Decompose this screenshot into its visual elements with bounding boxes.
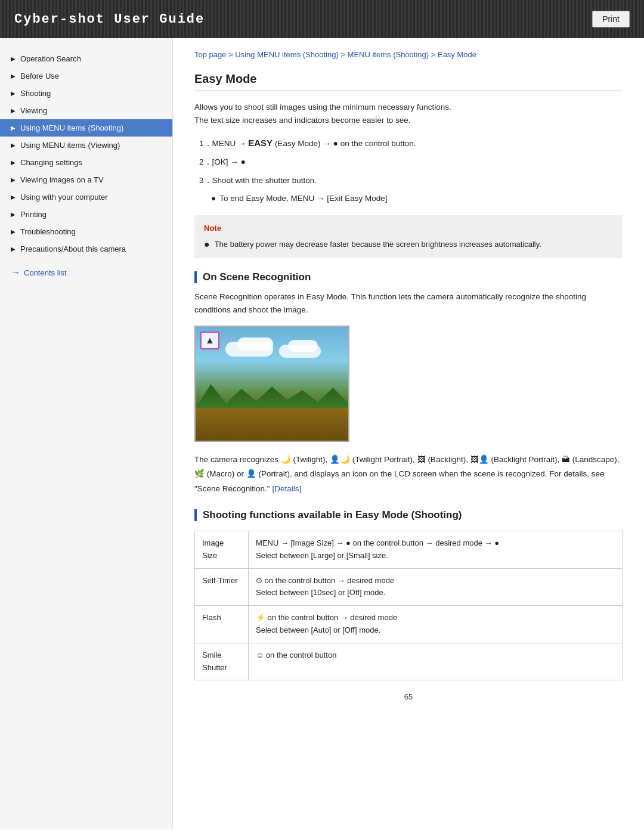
sidebar-item-5[interactable]: ▶Using MENU items (Viewing) — [0, 137, 172, 154]
sidebar-arrow-2: ▶ — [11, 90, 16, 97]
intro-line2: The text size increases and indicators b… — [194, 114, 623, 127]
recognize-text: The camera recognizes 🌙 (Twilight), 👤🌙 (… — [194, 453, 623, 496]
table-cell-text: Select between [10sec] or [Off] mode. — [256, 587, 615, 599]
table-row-3: Smile Shutter☺ on the control button — [195, 643, 623, 680]
circle-symbol: ● — [333, 138, 338, 148]
easy-label: EASY — [248, 138, 273, 148]
sidebar-arrow-0: ▶ — [11, 55, 16, 62]
sidebar-arrow-4: ▶ — [11, 125, 16, 131]
contents-link-label: Contents list — [24, 268, 67, 277]
backlight-portrait-icon: 🖼👤 — [470, 455, 489, 464]
scene-text: Scene Recognition operates in Easy Mode.… — [194, 290, 623, 316]
table-label-3: Smile Shutter — [195, 643, 249, 680]
table-cell-text: MENU → [Image Size] → ● on the control b… — [256, 537, 615, 550]
main-content: Top page > Using MENU items (Shooting) >… — [173, 38, 644, 829]
macro-icon: 🌿 — [194, 469, 205, 478]
sidebar-label-8: Using with your computer — [20, 193, 108, 202]
sidebar-arrow-11: ▶ — [11, 246, 16, 252]
cloud4 — [288, 340, 318, 352]
sidebar-arrow-7: ▶ — [11, 176, 16, 183]
sidebar-arrow-9: ▶ — [11, 211, 16, 218]
step1: 1．MENU → EASY (Easy Mode) → ● on the con… — [199, 135, 623, 151]
field — [196, 408, 348, 441]
sidebar-label-11: Precautions/About this camera — [20, 244, 126, 253]
step3-sub-text: To end Easy Mode, MENU → [Exit Easy Mode… — [219, 191, 387, 206]
breadcrumb-using-menu[interactable]: Using MENU items (Shooting) — [235, 50, 338, 59]
breadcrumb-sep3: > — [431, 50, 438, 59]
table-desc-0: MENU → [Image Size] → ● on the control b… — [249, 531, 623, 569]
sidebar-label-9: Printing — [20, 210, 47, 219]
sidebar-item-2[interactable]: ▶Shooting — [0, 85, 172, 102]
note-text: The battery power may decrease faster be… — [215, 239, 541, 251]
table-cell-text: ⊙ on the control button → desired mode — [256, 575, 615, 587]
table-row-2: Flash⚡ on the control button → desired m… — [195, 606, 623, 643]
step3: 3．Shoot with the shutter button. — [199, 174, 623, 188]
twilight-portrait-icon: 👤🌙 — [330, 455, 350, 464]
circle-symbol2: ● — [241, 157, 246, 166]
table-row-0: Image SizeMENU → [Image Size] → ● on the… — [195, 531, 623, 569]
table-desc-2: ⚡ on the control button → desired modeSe… — [249, 606, 623, 643]
step2: 2．[OK] → ● — [199, 154, 623, 169]
note-title: Note — [204, 222, 613, 235]
trees — [196, 384, 348, 408]
sidebar: ▶Operation Search▶Before Use▶Shooting▶Vi… — [0, 38, 173, 829]
header: Cyber-shot User Guide Print — [0, 0, 644, 38]
sub-section-1-title: On Scene Recognition — [194, 271, 623, 283]
note-content: ● The battery power may decrease faster … — [204, 239, 613, 251]
sidebar-item-0[interactable]: ▶Operation Search — [0, 50, 172, 67]
breadcrumb: Top page > Using MENU items (Shooting) >… — [194, 50, 623, 59]
details-link[interactable]: [Details] — [272, 484, 301, 493]
backlight-icon: 🖼 — [417, 455, 426, 464]
cloud2 — [237, 337, 273, 351]
scene-image: ▲ — [194, 326, 349, 442]
page-title: Easy Mode — [194, 72, 623, 91]
contents-link[interactable]: → Contents list — [0, 261, 172, 284]
sidebar-arrow-5: ▶ — [11, 142, 16, 148]
sidebar-label-2: Shooting — [20, 89, 51, 98]
table-label-2: Flash — [195, 606, 249, 643]
app-title: Cyber-shot User Guide — [14, 12, 205, 27]
sidebar-label-0: Operation Search — [20, 54, 81, 63]
sidebar-item-3[interactable]: ▶Viewing — [0, 102, 172, 119]
print-button[interactable]: Print — [592, 11, 630, 27]
step3-sub: ● To end Easy Mode, MENU → [Exit Easy Mo… — [211, 191, 623, 206]
twilight-icon: 🌙 — [281, 455, 291, 464]
table-label-1: Self-Timer — [195, 568, 249, 606]
table-row-1: Self-Timer⊙ on the control button → desi… — [195, 568, 623, 606]
sidebar-label-3: Viewing — [20, 106, 47, 115]
intro-line1: Allows you to shoot still images using t… — [194, 101, 623, 114]
breadcrumb-menu-items[interactable]: MENU items (Shooting) — [348, 50, 429, 59]
sidebar-label-10: Troubleshooting — [20, 227, 76, 236]
page-layout: ▶Operation Search▶Before Use▶Shooting▶Vi… — [0, 38, 644, 829]
note-bullet-icon: ● — [204, 239, 210, 250]
sidebar-item-6[interactable]: ▶Changing settings — [0, 154, 172, 171]
sidebar-item-9[interactable]: ▶Printing — [0, 206, 172, 223]
sidebar-item-4[interactable]: ▶Using MENU items (Shooting) — [0, 119, 172, 137]
sidebar-arrow-1: ▶ — [11, 73, 16, 79]
sidebar-arrow-10: ▶ — [11, 228, 16, 235]
functions-table: Image SizeMENU → [Image Size] → ● on the… — [194, 531, 623, 680]
sub-section-2-title: Shooting functions available in Easy Mod… — [194, 509, 623, 521]
sidebar-item-11[interactable]: ▶Precautions/About this camera — [0, 240, 172, 258]
sidebar-arrow-3: ▶ — [11, 107, 16, 114]
breadcrumb-current: Easy Mode — [438, 50, 476, 59]
sidebar-item-7[interactable]: ▶Viewing images on a TV — [0, 171, 172, 188]
sidebar-label-1: Before Use — [20, 72, 59, 80]
table-cell-text: ⚡ on the control button → desired mode — [256, 612, 615, 624]
landscape-icon: ▲ — [200, 332, 219, 349]
bullet-icon: ● — [211, 191, 216, 206]
sidebar-item-10[interactable]: ▶Troubleshooting — [0, 223, 172, 240]
steps: 1．MENU → EASY (Easy Mode) → ● on the con… — [194, 135, 623, 206]
sidebar-item-1[interactable]: ▶Before Use — [0, 67, 172, 85]
landscape-icon2: 🏔 — [562, 455, 570, 464]
breadcrumb-top[interactable]: Top page — [194, 50, 227, 59]
table-cell-text: Select between [Large] or [Small] size. — [256, 550, 615, 562]
arrow-icon: → — [11, 267, 20, 278]
sidebar-item-8[interactable]: ▶Using with your computer — [0, 188, 172, 206]
portrait-icon: 👤 — [246, 469, 256, 478]
sidebar-label-4: Using MENU items (Shooting) — [20, 123, 123, 132]
table-desc-1: ⊙ on the control button → desired modeSe… — [249, 568, 623, 606]
sidebar-arrow-8: ▶ — [11, 194, 16, 200]
table-cell-text: Select between [Auto] or [Off] mode. — [256, 624, 615, 637]
table-label-0: Image Size — [195, 531, 249, 569]
